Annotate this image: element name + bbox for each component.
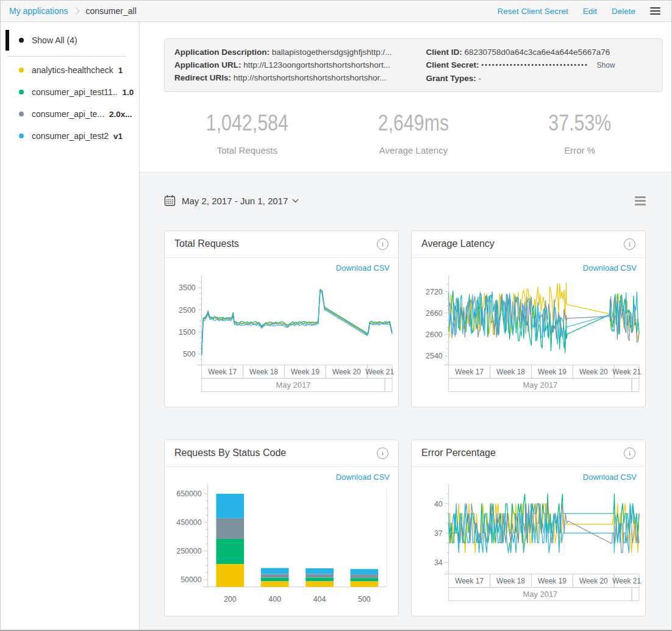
breadcrumb-current: consumer_all (86, 6, 137, 16)
date-range-selector[interactable]: May 2, 2017 - Jun 1, 2017 (182, 196, 288, 206)
main-content: Application Description: ballapistogethe… (140, 22, 671, 630)
info-icon[interactable]: i (624, 447, 635, 459)
stat-total-requests-value: 1,042,584 (206, 110, 288, 136)
edit-button[interactable]: Edit (583, 7, 597, 16)
svg-text:50000: 50000 (181, 576, 202, 584)
error-percentage-download-csv-link[interactable]: Download CSV (412, 467, 645, 483)
stat-error-pct: 37.53% Error % (496, 110, 663, 155)
delete-button[interactable]: Delete (612, 7, 635, 16)
app-description-label: Application Description: (174, 48, 270, 57)
sidebar-item-consumer-api-test2[interactable]: consumer_api_test2v1 (1, 125, 139, 147)
svg-text:May 2017: May 2017 (276, 380, 310, 390)
total-requests-download-csv-link[interactable]: Download CSV (165, 258, 398, 274)
chart-title: Requests By Status Code (174, 447, 286, 458)
redirect-uris-value: http://shortshortshortshortshortshortsho… (234, 73, 387, 82)
svg-text:Week 21: Week 21 (612, 368, 641, 376)
app-color-dot (19, 68, 24, 73)
sidebar-item-consumer-api-test11[interactable]: consumer_api_test11..1.0 (1, 81, 139, 103)
client-id-row: Client ID: 68230758d0a64c3ca6e4a644e5667… (426, 46, 652, 59)
chart-card-error-percentage: Error PercentageiDownload CSV343740Week … (411, 440, 646, 616)
chart-card-average-latency: Average LatencyiDownload CSV254026002660… (411, 230, 646, 407)
svg-text:Week 17: Week 17 (455, 577, 484, 585)
svg-text:2600: 2600 (426, 330, 443, 339)
svg-text:May 2017: May 2017 (523, 590, 557, 599)
svg-text:Week 21: Week 21 (612, 577, 641, 585)
layout: Show All (4) analytics-healthcheck1consu… (1, 22, 671, 630)
svg-text:May 2017: May 2017 (523, 380, 557, 390)
app-info-left: Application Description: ballapistogethe… (174, 46, 410, 85)
info-icon[interactable]: i (377, 238, 388, 250)
active-indicator (5, 30, 9, 51)
chart-card-requests-by-status-code: Requests By Status CodeiDownload CSV5000… (164, 440, 399, 616)
topbar-actions: Reset Client Secret Edit Delete (497, 5, 660, 16)
svg-text:Week 18: Week 18 (496, 577, 525, 585)
app-name: analytics-healthcheck (32, 65, 113, 75)
app-version: v1 (113, 132, 123, 141)
svg-text:2660: 2660 (426, 308, 443, 317)
app-version: 1.0 (123, 88, 134, 97)
svg-text:500: 500 (358, 594, 371, 603)
svg-text:37: 37 (434, 529, 442, 537)
charts-grid: Total RequestsiDownload CSV5001500250035… (164, 230, 646, 616)
error-percentage-chart: 343740Week 17Week 18Week 19Week 20Week 2… (412, 483, 645, 605)
app-info-box: Application Description: ballapistogethe… (164, 38, 663, 92)
client-secret-label: Client Secret: (426, 60, 479, 70)
info-icon[interactable]: i (377, 447, 388, 459)
stat-total-requests-label: Total Requests (164, 145, 331, 155)
svg-text:2720: 2720 (426, 287, 443, 296)
client-secret-mask: •••••••••••••••••••••••••••••• (481, 61, 588, 68)
app-url-row: Application URL: http://L123oongortshort… (174, 59, 410, 71)
svg-text:Week 20: Week 20 (332, 368, 360, 376)
svg-text:650000: 650000 (176, 490, 202, 498)
redirect-uris-row: Redirect URIs: http://shortshortshortsho… (174, 71, 410, 84)
show-secret-link[interactable]: Show (597, 61, 615, 70)
svg-text:Week 17: Week 17 (208, 368, 237, 376)
svg-text:Week 18: Week 18 (249, 368, 278, 376)
svg-text:Week 20: Week 20 (579, 368, 607, 376)
svg-text:404: 404 (313, 594, 326, 603)
svg-text:Week 19: Week 19 (538, 368, 567, 376)
client-id-label: Client ID: (426, 48, 462, 57)
sidebar: Show All (4) analytics-healthcheck1consu… (1, 22, 140, 630)
grant-types-row: Grant Types: - (426, 72, 652, 85)
chart-title: Total Requests (174, 238, 239, 249)
app-info-right: Client ID: 68230758d0a64c3ca6e4a644e5667… (426, 46, 652, 85)
app-description-row: Application Description: ballapistogethe… (174, 46, 410, 59)
info-icon[interactable]: i (624, 238, 635, 250)
app-window: My applications consumer_all Reset Clien… (0, 0, 672, 631)
requests-by-status-code-chart: 50000250000450000650000200400404500 (165, 483, 398, 613)
charts-menu-icon[interactable] (635, 194, 646, 207)
stat-error-pct-value: 37.53% (548, 110, 611, 136)
average-latency-download-csv-link[interactable]: Download CSV (412, 258, 645, 274)
app-description-value: ballapistogethersdgsjghfjshttp:/... (272, 48, 392, 57)
svg-text:Week 18: Week 18 (496, 368, 525, 376)
app-version: 2.0x... (109, 110, 132, 119)
sidebar-item-show-all[interactable]: Show All (4) (1, 29, 139, 51)
svg-text:Week 21: Week 21 (365, 368, 394, 376)
chart-card-header: Total Requestsi (165, 231, 398, 258)
average-latency-chart: 2540260026602720Week 17Week 18Week 19Wee… (412, 274, 645, 396)
grant-types-label: Grant Types: (426, 74, 476, 83)
svg-text:500: 500 (183, 350, 196, 358)
show-all-label: Show All (4) (32, 35, 77, 45)
stat-average-latency: 2,649ms Average Latency (331, 110, 497, 155)
svg-text:Week 17: Week 17 (455, 368, 484, 376)
svg-text:Week 19: Week 19 (538, 577, 567, 585)
sidebar-item-consumer-api-te[interactable]: consumer_api_te...2.0x... (1, 103, 139, 125)
app-url-label: Application URL: (174, 60, 241, 70)
hamburger-menu-icon[interactable] (650, 5, 660, 16)
svg-text:40: 40 (434, 499, 442, 508)
svg-text:3500: 3500 (179, 283, 196, 292)
sidebar-item-analytics-healthcheck[interactable]: analytics-healthcheck1 (1, 59, 139, 81)
chevron-down-icon[interactable] (292, 199, 299, 203)
grant-types-value: - (478, 74, 481, 83)
reset-client-secret-button[interactable]: Reset Client Secret (497, 7, 568, 16)
summary-stats: 1,042,584 Total Requests 2,649ms Average… (164, 110, 663, 155)
svg-text:200: 200 (223, 594, 236, 603)
date-range-row: May 2, 2017 - Jun 1, 2017 (164, 194, 646, 207)
client-secret-row: Client Secret: •••••••••••••••••••••••••… (426, 59, 652, 72)
breadcrumb-my-applications[interactable]: My applications (9, 6, 68, 16)
svg-text:2500: 2500 (179, 305, 196, 314)
app-name: consumer_api_test11.. (32, 87, 118, 97)
requests-by-status-code-download-csv-link[interactable]: Download CSV (165, 467, 398, 483)
